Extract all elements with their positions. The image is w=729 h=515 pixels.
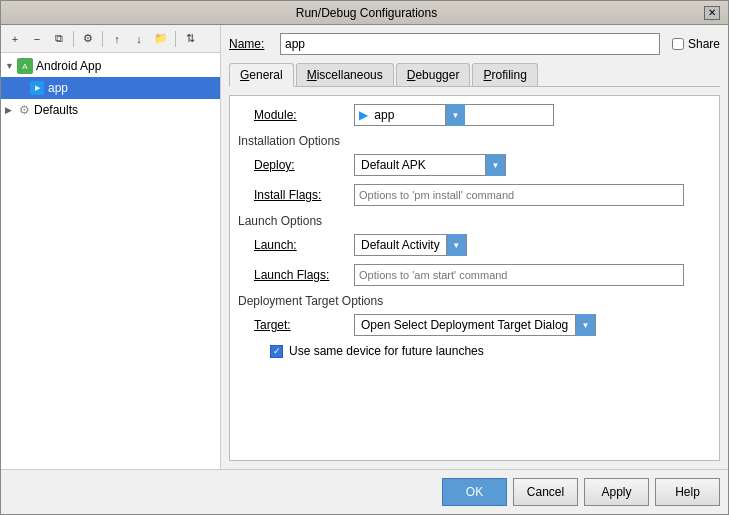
tab-profiling[interactable]: Profiling	[472, 63, 537, 86]
copy-config-button[interactable]: ⧉	[49, 29, 69, 49]
apply-button[interactable]: Apply	[584, 478, 649, 506]
add-config-button[interactable]: +	[5, 29, 25, 49]
target-dropdown[interactable]: Open Select Deployment Target Dialog ▼	[354, 314, 596, 336]
cancel-button[interactable]: Cancel	[513, 478, 578, 506]
module-dropdown[interactable]: ▶ app ▼	[354, 104, 554, 126]
tab-miscellaneous[interactable]: Miscellaneous	[296, 63, 394, 86]
bottom-bar: OK Cancel Apply Help	[1, 469, 728, 514]
launch-dropdown-button[interactable]: ▼	[446, 234, 466, 256]
launch-options-title: Launch Options	[238, 214, 711, 228]
launch-flags-row: Launch Flags:	[238, 264, 711, 286]
tab-profiling-label: Profiling	[483, 68, 526, 82]
install-flags-label: Install Flags:	[254, 188, 354, 202]
install-flags-row: Install Flags:	[238, 184, 711, 206]
expand-arrow-android: ▼	[5, 61, 17, 71]
same-device-row: ✓ Use same device for future launches	[238, 344, 711, 358]
dialog-title: Run/Debug Configurations	[29, 6, 704, 20]
separator-2	[102, 31, 103, 47]
share-label: Share	[688, 37, 720, 51]
share-checkbox[interactable]	[672, 38, 684, 50]
tab-content: Module: ▶ app ▼ Installation Options Dep…	[229, 95, 720, 461]
module-row: Module: ▶ app ▼	[238, 104, 711, 126]
tab-debugger-label: Debugger	[407, 68, 460, 82]
tab-miscellaneous-label: Miscellaneous	[307, 68, 383, 82]
tree-defaults-item[interactable]: ▶ ⚙ Defaults	[1, 99, 220, 121]
install-flags-input[interactable]	[354, 184, 684, 206]
left-panel: + − ⧉ ⚙ ↑ ↓ 📁 ⇅ ▼ A An	[1, 25, 221, 469]
separator-3	[175, 31, 176, 47]
separator-1	[73, 31, 74, 47]
run-debug-dialog: Run/Debug Configurations ✕ + − ⧉ ⚙ ↑ ↓ 📁…	[0, 0, 729, 515]
module-dropdown-button[interactable]: ▼	[445, 104, 465, 126]
sort-button[interactable]: ⇅	[180, 29, 200, 49]
launch-label: Launch:	[254, 238, 354, 252]
same-device-checkbox[interactable]: ✓	[270, 345, 283, 358]
config-tree: ▼ A Android App ▶ app ▶ ⚙ De	[1, 53, 220, 469]
target-label: Target:	[254, 318, 354, 332]
target-dropdown-button[interactable]: ▼	[575, 314, 595, 336]
same-device-label: Use same device for future launches	[289, 344, 484, 358]
module-icon: ▶	[359, 108, 368, 122]
move-up-button[interactable]: ↑	[107, 29, 127, 49]
deploy-dropdown[interactable]: Default APK ▼	[354, 154, 506, 176]
folder-button[interactable]: 📁	[151, 29, 171, 49]
tree-app-item[interactable]: ▶ app	[1, 77, 220, 99]
ok-button[interactable]: OK	[442, 478, 507, 506]
defaults-label: Defaults	[34, 103, 78, 117]
tab-general-label: General	[240, 68, 283, 82]
deploy-row: Deploy: Default APK ▼	[238, 154, 711, 176]
app-label: app	[48, 81, 68, 95]
launch-flags-label: Launch Flags:	[254, 268, 354, 282]
move-down-button[interactable]: ↓	[129, 29, 149, 49]
defaults-icon: ⚙	[17, 103, 31, 117]
app-icon: ▶	[29, 80, 45, 96]
launch-dropdown[interactable]: Default Activity ▼	[354, 234, 467, 256]
tree-toolbar: + − ⧉ ⚙ ↑ ↓ 📁 ⇅	[1, 25, 220, 53]
tab-bar: General Miscellaneous Debugger Profiling	[229, 63, 720, 87]
deploy-dropdown-value: Default APK	[355, 156, 485, 174]
remove-config-button[interactable]: −	[27, 29, 47, 49]
expand-arrow-defaults: ▶	[5, 105, 17, 115]
module-dropdown-value: ▶ app	[355, 106, 445, 124]
deploy-dropdown-button[interactable]: ▼	[485, 154, 505, 176]
tab-general[interactable]: General	[229, 63, 294, 87]
deploy-label: Deploy:	[254, 158, 354, 172]
launch-row: Launch: Default Activity ▼	[238, 234, 711, 256]
target-row: Target: Open Select Deployment Target Di…	[238, 314, 711, 336]
deployment-target-title: Deployment Target Options	[238, 294, 711, 308]
settings-button[interactable]: ⚙	[78, 29, 98, 49]
installation-options-title: Installation Options	[238, 134, 711, 148]
main-content: + − ⧉ ⚙ ↑ ↓ 📁 ⇅ ▼ A An	[1, 25, 728, 469]
close-button[interactable]: ✕	[704, 6, 720, 20]
launch-dropdown-value: Default Activity	[355, 236, 446, 254]
name-input[interactable]	[280, 33, 660, 55]
android-app-icon: A	[17, 58, 33, 74]
share-row: Share	[672, 37, 720, 51]
name-row: Name: Share	[229, 33, 720, 55]
tree-android-app-item[interactable]: ▼ A Android App	[1, 55, 220, 77]
help-button[interactable]: Help	[655, 478, 720, 506]
right-panel: Name: Share General Miscellaneous Debugg…	[221, 25, 728, 469]
target-dropdown-value: Open Select Deployment Target Dialog	[355, 316, 575, 334]
name-label: Name:	[229, 37, 274, 51]
module-label: Module:	[254, 108, 354, 122]
tab-debugger[interactable]: Debugger	[396, 63, 471, 86]
launch-flags-input[interactable]	[354, 264, 684, 286]
android-app-label: Android App	[36, 59, 101, 73]
title-bar: Run/Debug Configurations ✕	[1, 1, 728, 25]
